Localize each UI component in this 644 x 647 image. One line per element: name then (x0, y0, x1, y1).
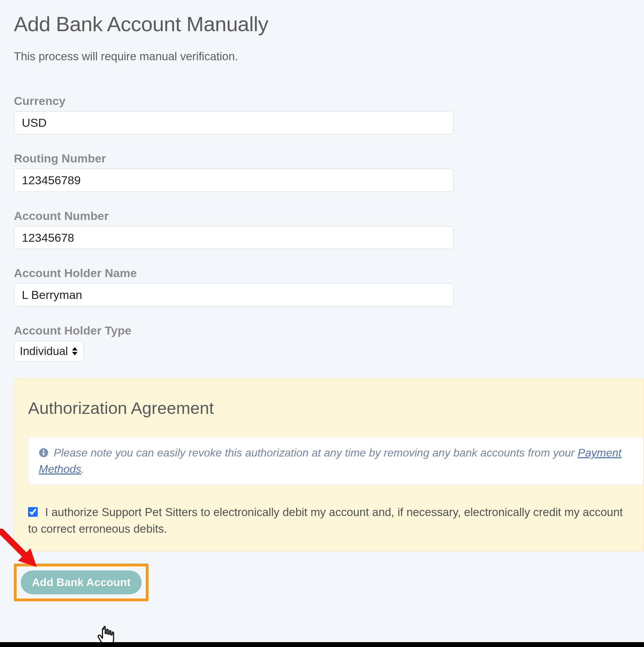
holder-type-selected: Individual (20, 345, 68, 358)
svg-point-3 (43, 450, 45, 452)
currency-input[interactable] (14, 111, 454, 134)
add-bank-account-button[interactable]: Add Bank Account (21, 570, 142, 594)
account-input[interactable] (14, 226, 454, 249)
page-subtitle: This process will require manual verific… (14, 50, 630, 63)
submit-highlight: Add Bank Account (14, 564, 149, 601)
account-label: Account Number (14, 209, 630, 223)
authorization-title: Authorization Agreement (28, 398, 644, 418)
authorize-checkbox[interactable] (28, 507, 38, 517)
authorize-row: I authorize Support Pet Sitters to elect… (28, 504, 644, 537)
holder-name-label: Account Holder Name (14, 266, 630, 280)
routing-label: Routing Number (14, 152, 630, 165)
holder-type-group: Account Holder Type Individual (14, 324, 630, 362)
account-group: Account Number (14, 209, 630, 249)
holder-type-select[interactable]: Individual (14, 341, 83, 362)
authorization-note: Please note you can easily revoke this a… (28, 437, 644, 485)
page-title: Add Bank Account Manually (14, 12, 630, 36)
svg-marker-0 (72, 347, 78, 351)
holder-type-label: Account Holder Type (14, 324, 630, 337)
authorization-note-prefix: Please note you can easily revoke this a… (54, 446, 578, 459)
svg-rect-4 (43, 452, 44, 455)
routing-group: Routing Number (14, 152, 630, 192)
svg-marker-1 (72, 352, 78, 355)
authorize-text: I authorize Support Pet Sitters to elect… (28, 506, 623, 535)
bottom-bar (0, 642, 644, 647)
currency-label: Currency (14, 94, 630, 108)
holder-name-group: Account Holder Name (14, 266, 630, 307)
authorization-note-suffix: . (81, 463, 84, 475)
currency-group: Currency (14, 94, 630, 134)
routing-input[interactable] (14, 169, 454, 192)
holder-name-input[interactable] (14, 283, 454, 307)
sort-icon (71, 346, 78, 356)
info-icon (39, 448, 48, 458)
authorization-panel: Authorization Agreement Please note you … (14, 379, 644, 551)
